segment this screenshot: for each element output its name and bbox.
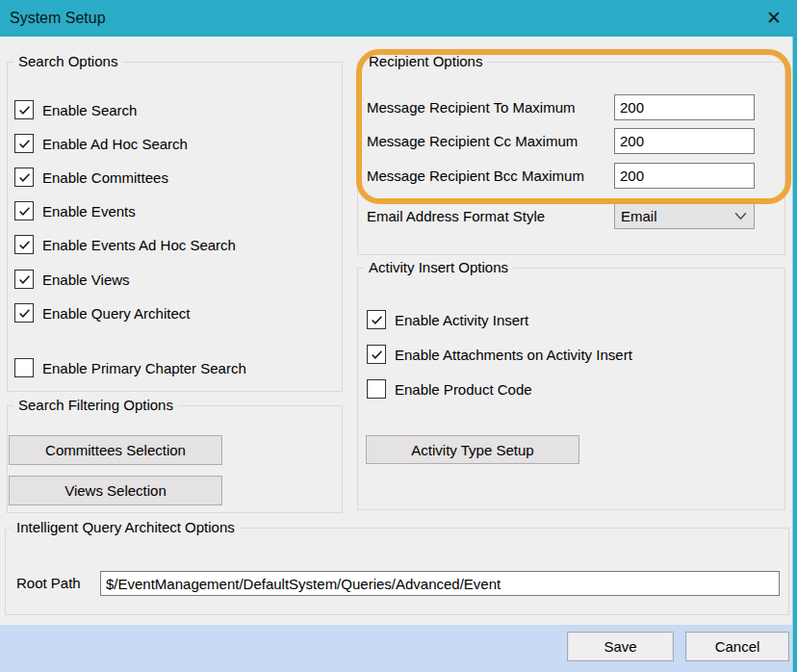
field-label: Email Address Format Style [367, 203, 545, 229]
enable-search-checkbox[interactable] [14, 100, 34, 119]
checkbox-label: Enable Ad Hoc Search [42, 136, 188, 152]
field-label: Message Recipient Bcc Maximum [367, 163, 584, 189]
email-format-dropdown[interactable]: Email [614, 203, 755, 229]
checkbox-row: Enable Product Code [367, 378, 532, 400]
enable-activity-insert-checkbox[interactable] [367, 310, 386, 329]
recipient-cc-maximum-input[interactable] [614, 128, 755, 154]
group-title: Search Options [13, 53, 122, 69]
enable-primary-chapter-search-checkbox[interactable] [14, 358, 34, 377]
enable-events-ad-hoc-search-checkbox[interactable] [14, 235, 34, 254]
enable-product-code-checkbox[interactable] [367, 379, 386, 399]
cancel-button[interactable]: Cancel [685, 632, 789, 661]
group-title: Activity Insert Options [364, 259, 513, 275]
checkbox-label: Enable Query Architect [42, 305, 190, 322]
checkbox-row: Enable Search [14, 99, 137, 120]
checkbox-row: Enable Committees [14, 167, 168, 188]
checkbox-row: Enable Ad Hoc Search [14, 133, 188, 154]
field-label: Message Recipient To Maximum [367, 94, 575, 120]
system-setup-dialog: System Setup ✕ Search Options Enable Sea… [0, 0, 797, 672]
close-icon[interactable]: ✕ [766, 0, 782, 37]
enable-events-checkbox[interactable] [14, 201, 34, 220]
titlebar: System Setup ✕ [0, 0, 797, 37]
group-title: Recipient Options [364, 53, 487, 69]
recipient-to-maximum-input[interactable] [614, 94, 755, 120]
checkbox-row: Enable Events Ad Hoc Search [14, 234, 236, 255]
checkbox-row: Enable Query Architect [14, 302, 190, 323]
checkbox-label: Enable Events [42, 203, 136, 220]
group-title: Intelligent Query Architect Options [12, 519, 240, 535]
enable-ad-hoc-search-checkbox[interactable] [14, 134, 34, 153]
enable-views-checkbox[interactable] [14, 270, 34, 289]
checkbox-label: Enable Activity Insert [395, 312, 528, 328]
checkbox-row: Enable Events [14, 200, 136, 221]
window-title: System Setup [10, 10, 106, 27]
field-label: Message Recipient Cc Maximum [367, 128, 578, 154]
checkbox-label: Enable Committees [42, 169, 168, 186]
activity-insert-options-group: Activity Insert Options Enable Activity … [357, 268, 785, 510]
root-path-input[interactable] [100, 571, 780, 596]
search-filtering-options-group: Search Filtering Options Committees Sele… [7, 405, 343, 513]
checkbox-label: Enable Events Ad Hoc Search [42, 237, 236, 253]
save-button[interactable]: Save [567, 632, 674, 661]
root-path-label: Root Path [16, 571, 81, 596]
intelligent-query-architect-options-group: Intelligent Query Architect Options Root… [5, 528, 789, 615]
enable-attachments-on-activity-insert-checkbox[interactable] [367, 345, 386, 364]
enable-query-architect-checkbox[interactable] [14, 303, 34, 323]
window-right-border [792, 37, 797, 672]
footer-bar: Save Cancel [0, 625, 797, 672]
enable-committees-checkbox[interactable] [14, 168, 34, 187]
chevron-down-icon [734, 212, 747, 220]
checkbox-row: Enable Attachments on Activity Insert [367, 344, 632, 365]
checkbox-label: Enable Primary Chapter Search [42, 360, 246, 376]
checkbox-label: Enable Search [42, 102, 137, 118]
dropdown-selected-value: Email [621, 208, 657, 224]
recipient-options-group: Recipient Options Message Recipient To M… [357, 62, 785, 255]
activity-type-setup-button[interactable]: Activity Type Setup [366, 435, 579, 464]
views-selection-button[interactable]: Views Selection [9, 476, 222, 505]
checkbox-row: Enable Activity Insert [367, 309, 528, 330]
checkbox-label: Enable Product Code [395, 381, 532, 398]
committees-selection-button[interactable]: Committees Selection [9, 435, 222, 465]
checkbox-label: Enable Views [42, 271, 130, 288]
checkbox-row: Enable Views [14, 269, 130, 290]
checkbox-row: Enable Primary Chapter Search [14, 357, 246, 378]
search-options-group: Search Options Enable Search Enable Ad H… [7, 62, 343, 392]
recipient-bcc-maximum-input[interactable] [614, 163, 755, 189]
group-title: Search Filtering Options [13, 397, 178, 413]
checkbox-label: Enable Attachments on Activity Insert [395, 347, 632, 363]
